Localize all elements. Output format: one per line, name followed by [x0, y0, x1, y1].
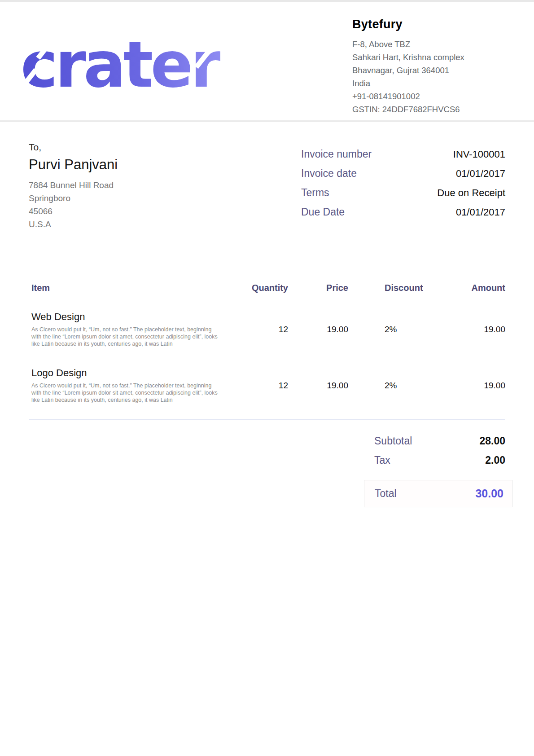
- item-amount: 19.00: [438, 325, 505, 334]
- due-date-label: Due Date: [301, 206, 345, 218]
- table-bottom-divider: [29, 419, 505, 420]
- item-quantity: 12: [234, 325, 288, 334]
- items-table-header: Item Quantity Price Discount Amount: [29, 283, 505, 293]
- company-address-line: India: [352, 77, 487, 90]
- table-row: Web Design As Cicero would put it, “Um, …: [29, 311, 505, 347]
- invoice-number-value: INV-100001: [453, 149, 505, 160]
- column-header-quantity: Quantity: [234, 283, 288, 293]
- item-name: Logo Design: [29, 367, 234, 379]
- item-name: Web Design: [29, 311, 234, 323]
- total-value: 30.00: [475, 487, 503, 500]
- parties-section: To, Purvi Panjvani 7884 Bunnel Hill Road…: [29, 142, 505, 231]
- invoice-header: crater Bytefury F-8, Above TBZ Sahkari H…: [0, 2, 534, 122]
- terms-row: Terms Due on Receipt: [301, 187, 505, 206]
- subtotal-label: Subtotal: [374, 435, 412, 447]
- item-price: 19.00: [288, 325, 348, 334]
- company-block: Bytefury F-8, Above TBZ Sahkari Hart, Kr…: [352, 18, 487, 116]
- item-cell: Logo Design As Cicero would put it, “Um,…: [29, 367, 234, 404]
- invoice-number-label: Invoice number: [301, 148, 372, 160]
- crater-logo: crater: [21, 31, 220, 97]
- invoice-date-label: Invoice date: [301, 167, 357, 180]
- company-phone: +91-08141901002: [352, 90, 487, 103]
- column-header-discount: Discount: [348, 283, 438, 293]
- invoice-page: { "brand": { "logo_text": "crater", "gra…: [0, 0, 534, 756]
- company-address-line: Bhavnagar, Gujrat 364001: [352, 64, 487, 77]
- total-label: Total: [375, 488, 397, 500]
- customer-address-line: 7884 Bunnel Hill Road: [29, 179, 118, 192]
- item-amount: 19.00: [438, 381, 505, 391]
- items-table: Item Quantity Price Discount Amount Web …: [29, 283, 505, 404]
- tax-row: Tax 2.00: [374, 454, 505, 466]
- column-header-amount: Amount: [438, 283, 505, 293]
- company-gstin: GSTIN: 24DDF7682FHVCS6: [352, 103, 487, 116]
- item-quantity: 12: [234, 381, 288, 391]
- customer-address-line: U.S.A: [29, 218, 118, 231]
- invoice-number-row: Invoice number INV-100001: [301, 148, 505, 167]
- bill-to-block: To, Purvi Panjvani 7884 Bunnel Hill Road…: [29, 142, 118, 231]
- terms-label: Terms: [301, 187, 329, 199]
- due-date-value: 01/01/2017: [456, 207, 505, 218]
- item-description: As Cicero would put it, “Um, not so fast…: [29, 326, 219, 347]
- company-address-line: F-8, Above TBZ: [352, 38, 487, 51]
- invoice-body: To, Purvi Panjvani 7884 Bunnel Hill Road…: [0, 142, 534, 507]
- invoice-date-value: 01/01/2017: [456, 168, 505, 180]
- item-discount: 2%: [348, 325, 438, 334]
- due-date-row: Due Date 01/01/2017: [301, 206, 505, 225]
- item-price: 19.00: [288, 381, 348, 391]
- customer-address-line: 45066: [29, 205, 118, 218]
- logo-wrap: crater: [21, 31, 220, 99]
- totals-section: Subtotal 28.00 Tax 2.00 Total 30.00: [29, 435, 505, 507]
- tax-value: 2.00: [485, 454, 505, 466]
- table-row: Logo Design As Cicero would put it, “Um,…: [29, 367, 505, 404]
- tax-label: Tax: [374, 454, 390, 466]
- item-description: As Cicero would put it, “Um, not so fast…: [29, 382, 219, 404]
- item-cell: Web Design As Cicero would put it, “Um, …: [29, 311, 234, 347]
- customer-address-line: Springboro: [29, 192, 118, 205]
- subtotal-row: Subtotal 28.00: [374, 435, 505, 447]
- customer-name: Purvi Panjvani: [29, 157, 118, 173]
- item-discount: 2%: [348, 381, 438, 391]
- total-box: Total 30.00: [364, 480, 512, 507]
- subtotal-value: 28.00: [479, 435, 505, 447]
- invoice-date-row: Invoice date 01/01/2017: [301, 167, 505, 187]
- bill-to-label: To,: [29, 142, 118, 153]
- company-name: Bytefury: [352, 18, 487, 31]
- column-header-item: Item: [29, 283, 234, 293]
- company-address-line: Sahkari Hart, Krishna complex: [352, 51, 487, 64]
- column-header-price: Price: [288, 283, 348, 293]
- terms-value: Due on Receipt: [437, 187, 505, 199]
- invoice-meta-block: Invoice number INV-100001 Invoice date 0…: [301, 148, 505, 231]
